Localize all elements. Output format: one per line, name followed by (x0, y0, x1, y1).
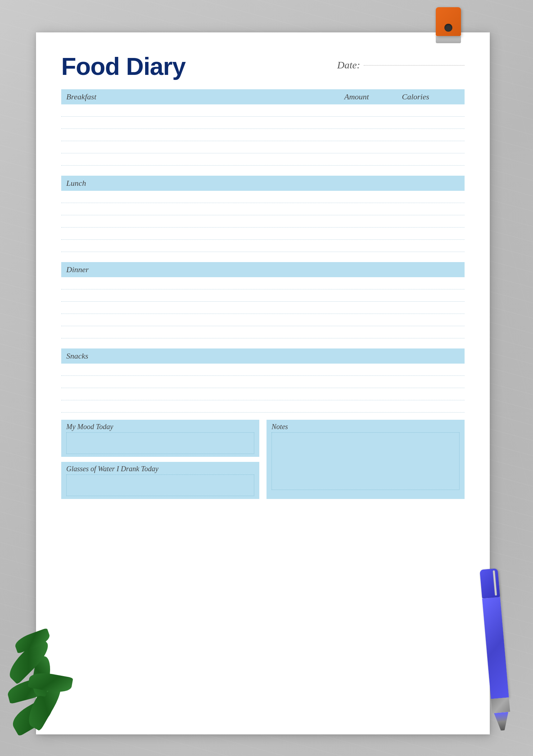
table-row[interactable] (61, 376, 465, 388)
breakfast-rows (61, 104, 465, 166)
mood-input-area[interactable] (66, 432, 254, 454)
table-row[interactable] (61, 191, 465, 203)
sharpener-decoration (436, 7, 461, 43)
lunch-header: Lunch (61, 176, 465, 191)
amount-header: Amount (344, 92, 402, 102)
table-row[interactable] (61, 289, 465, 302)
plant-decoration (0, 619, 101, 756)
table-row[interactable] (61, 364, 465, 376)
dinner-label: Dinner (66, 265, 344, 274)
date-input-line[interactable] (364, 65, 465, 66)
table-row[interactable] (61, 314, 465, 326)
snacks-header: Snacks (61, 348, 465, 364)
snacks-calories-header (402, 351, 460, 361)
document-paper: Food Diary Date: Breakfast Amount Calori… (36, 32, 490, 734)
breakfast-header: Breakfast Amount Calories (61, 89, 465, 104)
table-row[interactable] (61, 153, 465, 166)
calories-header: Calories (402, 92, 460, 102)
mood-label: My Mood Today (66, 423, 254, 431)
table-row[interactable] (61, 277, 465, 289)
document-title: Food Diary (61, 54, 185, 78)
snacks-amount-header (344, 351, 402, 361)
snacks-rows (61, 364, 465, 413)
lunch-rows (61, 191, 465, 252)
table-row[interactable] (61, 302, 465, 314)
water-input-area[interactable] (66, 474, 254, 496)
dinner-header: Dinner (61, 262, 465, 277)
dinner-rows (61, 277, 465, 338)
breakfast-label: Breakfast (66, 92, 344, 102)
bottom-section: My Mood Today Glasses of Water I Drank T… (61, 420, 465, 499)
table-row[interactable] (61, 388, 465, 400)
mood-water-section: My Mood Today Glasses of Water I Drank T… (61, 420, 259, 499)
water-label: Glasses of Water I Drank Today (66, 465, 254, 473)
lunch-section: Lunch (61, 176, 465, 252)
table-row[interactable] (61, 228, 465, 240)
table-row[interactable] (61, 215, 465, 228)
lunch-calories-header (402, 179, 460, 188)
mood-box: My Mood Today (61, 420, 259, 457)
table-row[interactable] (61, 104, 465, 117)
date-section: Date: (337, 59, 465, 71)
dinner-section: Dinner (61, 262, 465, 338)
notes-input-area[interactable] (272, 432, 460, 490)
table-row[interactable] (61, 203, 465, 215)
table-row[interactable] (61, 326, 465, 338)
lunch-amount-header (344, 179, 402, 188)
dinner-amount-header (344, 265, 402, 274)
snacks-section: Snacks (61, 348, 465, 413)
document-header: Food Diary Date: (61, 54, 465, 78)
table-row[interactable] (61, 117, 465, 129)
notes-section: Notes (266, 420, 465, 499)
lunch-label: Lunch (66, 179, 344, 188)
snacks-label: Snacks (66, 351, 344, 361)
water-box: Glasses of Water I Drank Today (61, 462, 259, 499)
date-label: Date: (337, 59, 360, 71)
table-row[interactable] (61, 129, 465, 141)
table-row[interactable] (61, 141, 465, 153)
breakfast-section: Breakfast Amount Calories (61, 89, 465, 166)
table-row[interactable] (61, 400, 465, 413)
dinner-calories-header (402, 265, 460, 274)
notes-label: Notes (272, 423, 460, 431)
table-row[interactable] (61, 240, 465, 252)
